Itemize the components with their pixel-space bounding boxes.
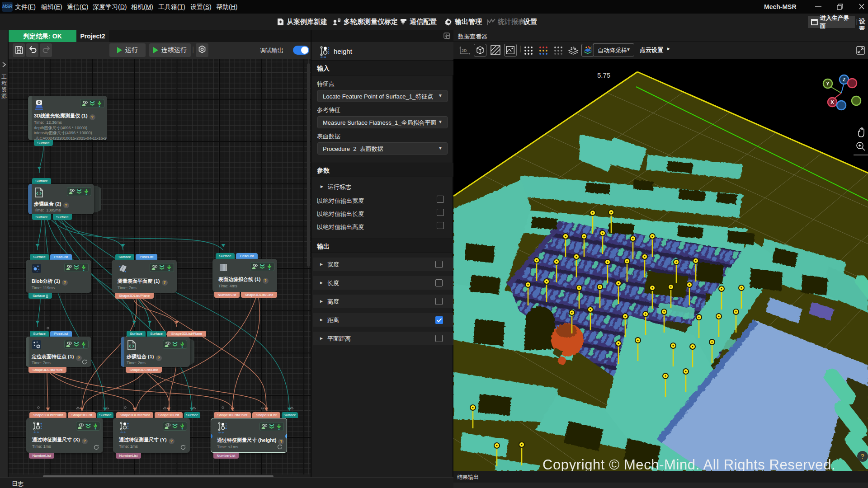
svg-text:X: X: [830, 99, 834, 105]
svg-text:?: ?: [861, 453, 865, 460]
svg-text:Copyright © Mech-Mind. All Rig: Copyright © Mech-Mind. All Rights Reserv…: [542, 457, 835, 471]
svg-text:5.75: 5.75: [597, 71, 610, 79]
svg-text:Y: Y: [826, 81, 830, 86]
svg-text:2D: 2D: [462, 48, 467, 53]
svg-text:Z: Z: [843, 77, 846, 82]
